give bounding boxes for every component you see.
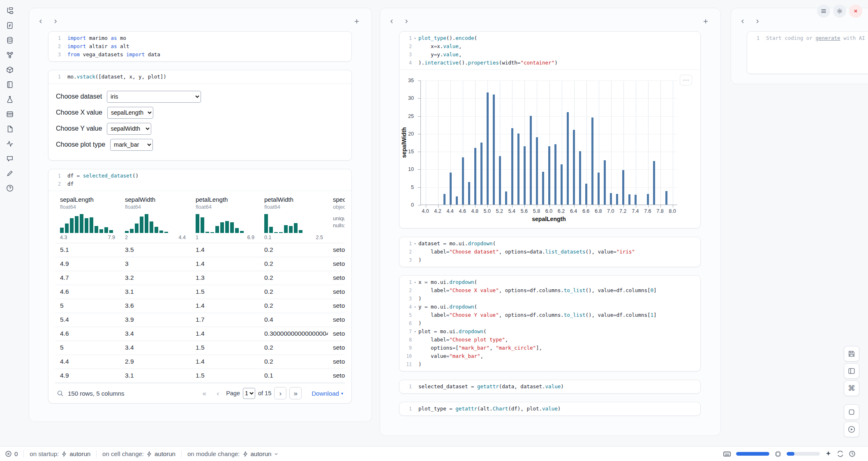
table-scroller[interactable]: sepalLengthfloat644.37.9sepalWidthfloat6… <box>55 191 345 383</box>
keyboard-icon[interactable] <box>723 450 731 458</box>
add-cell-button[interactable] <box>700 16 711 27</box>
fold-indicator[interactable]: ▾ <box>412 240 418 248</box>
save-button[interactable] <box>844 346 859 362</box>
code-editor[interactable]: 1selected_dataset = getattr(data, datase… <box>399 380 700 393</box>
cell-new[interactable]: 1 Start coding or generate with AI <box>747 31 868 74</box>
functions-file-icon[interactable] <box>6 21 14 30</box>
table-row[interactable]: 4.42.91.40.2setosa <box>55 355 345 369</box>
database-icon[interactable] <box>6 36 14 44</box>
shortcuts-button[interactable]: ⌘ <box>844 380 859 396</box>
activity-icon[interactable] <box>6 140 14 148</box>
next-page-button[interactable]: › <box>274 387 286 399</box>
cell-xy-plot-dropdowns[interactable]: 1▾x = mo.ui.dropdown(2 label="Choose X v… <box>399 275 701 371</box>
code-editor[interactable]: 1▾plot_type().encode(2 x=x.value,3 y=y.v… <box>399 32 700 69</box>
download-button[interactable]: Download▾ <box>312 390 343 397</box>
code-editor[interactable]: 1df = selected_dataset()2df <box>48 169 351 191</box>
y-value-select[interactable]: sepalWidth <box>107 123 151 135</box>
cell-imports[interactable]: 1import marimo as mo2import altair as al… <box>48 31 352 62</box>
chat-icon[interactable] <box>6 154 14 163</box>
table-row[interactable]: 4.63.11.50.2setosa <box>55 285 345 299</box>
table-row[interactable]: 4.931.40.2setosa <box>55 257 345 271</box>
code-editor[interactable]: 1 Start coding or generate with AI <box>747 32 868 45</box>
plot-type-select[interactable]: mark_bar <box>110 139 153 151</box>
scroll-right-button[interactable] <box>401 16 412 27</box>
code-editor[interactable]: 1import marimo as mo2import altair as al… <box>48 32 351 61</box>
fold-indicator[interactable]: ▾ <box>412 303 418 311</box>
code-token: value <box>545 383 561 390</box>
page-select[interactable]: 1 <box>243 388 255 399</box>
dependency-graph-icon[interactable] <box>6 51 14 59</box>
dataset-select[interactable]: iris <box>107 91 201 103</box>
last-page-button[interactable]: » <box>289 387 302 399</box>
cell-dataset-dropdown[interactable]: 1▾dataset = mo.ui.dropdown(2 label="Choo… <box>399 237 701 267</box>
table-column-header[interactable]: speciesobjectunique:nulls: <box>328 196 345 240</box>
run-button[interactable] <box>844 422 859 437</box>
scroll-right-button[interactable] <box>50 16 61 27</box>
clock-icon[interactable] <box>849 450 856 457</box>
cell-vstack[interactable]: 1mo.vstack([dataset, x, y, plot]) Choose… <box>48 70 352 161</box>
table-row[interactable]: 5.43.91.70.4setosa <box>55 313 345 327</box>
frame-button[interactable] <box>844 404 859 420</box>
fold-indicator[interactable]: ▾ <box>412 34 418 42</box>
table-column-header[interactable]: sepalWidthfloat6424.4 <box>120 196 191 240</box>
shutdown-button[interactable] <box>849 5 862 18</box>
table-pagination: « ‹ Page 1 of 15 › » <box>199 387 302 399</box>
scroll-left-button[interactable] <box>35 16 46 27</box>
code-text: x = mo.ui.dropdown( <box>418 278 696 286</box>
x-tick-label: 7.4 <box>632 208 639 214</box>
altair-chart[interactable]: sepalWidth 05101520253035 4.04.24.44.64.… <box>420 81 677 222</box>
table-column-header[interactable]: petalLengthfloat6416.9 <box>191 196 259 240</box>
table-row[interactable]: 53.41.50.2setosa <box>55 341 345 355</box>
code-editor[interactable]: 1▾x = mo.ui.dropdown(2 label="Choose X v… <box>399 276 700 371</box>
table-row[interactable]: 4.93.11.50.1setosa <box>55 369 345 383</box>
chart-menu-button[interactable]: ⋯ <box>680 75 692 85</box>
refresh-icon[interactable] <box>837 450 844 457</box>
generate-with-ai-link[interactable]: generate <box>815 35 840 41</box>
code-token: mo.ui. <box>446 240 468 247</box>
first-page-button[interactable]: « <box>199 388 210 399</box>
memory-chip-icon[interactable] <box>774 450 782 458</box>
scroll-right-button[interactable] <box>752 16 763 27</box>
sparkle-icon[interactable] <box>825 450 832 457</box>
help-icon[interactable] <box>6 184 14 192</box>
cell-selected-dataset[interactable]: 1selected_dataset = getattr(data, datase… <box>399 380 701 394</box>
beaker-icon[interactable] <box>6 95 14 104</box>
fold-indicator[interactable]: ▾ <box>412 327 418 336</box>
prev-page-button[interactable]: ‹ <box>212 388 223 399</box>
on-startup-setting[interactable]: on startup: autorun <box>30 450 90 457</box>
table-icon[interactable] <box>6 110 14 118</box>
scroll-left-button[interactable] <box>386 16 397 27</box>
package-icon[interactable] <box>6 66 14 74</box>
table-row[interactable]: 5.13.51.40.2setosa <box>55 243 345 257</box>
y-tick-mark <box>418 169 421 170</box>
table-column-header[interactable]: petalWidthfloat640.12.5 <box>259 196 328 240</box>
cell-dataframe[interactable]: 1df = selected_dataset()2df sepalLengthf… <box>48 169 352 403</box>
settings-button[interactable] <box>833 5 846 18</box>
fold-indicator[interactable]: ▾ <box>412 278 418 286</box>
document-icon[interactable] <box>6 125 14 133</box>
code-editor[interactable]: 1mo.vstack([dataset, x, y, plot]) <box>48 70 351 83</box>
add-cell-button[interactable] <box>351 16 362 27</box>
table-row[interactable]: 4.73.21.30.2setosa <box>55 271 345 285</box>
errors-button[interactable]: 0 <box>5 450 18 457</box>
code-text: value="mark_bar", <box>418 352 696 360</box>
table-row[interactable]: 4.63.41.40.30000000000000004setosa <box>55 327 345 341</box>
scratchpad-icon[interactable] <box>6 169 14 177</box>
on-cell-change-setting[interactable]: on cell change: autorun <box>102 450 175 457</box>
book-icon[interactable] <box>6 81 14 89</box>
scroll-left-button[interactable] <box>737 16 748 27</box>
on-module-change-setting[interactable]: on module change: autorun <box>187 450 279 457</box>
code-token: from <box>67 51 80 58</box>
file-tree-icon[interactable] <box>6 7 14 15</box>
table-column-header[interactable]: sepalLengthfloat644.37.9 <box>55 196 120 240</box>
menu-button[interactable] <box>817 5 830 18</box>
code-editor[interactable]: 1plot_type = getattr(alt.Chart(df), plot… <box>399 402 700 415</box>
app-view-button[interactable] <box>844 363 859 379</box>
table-row[interactable]: 53.61.40.2setosa <box>55 299 345 313</box>
search-icon[interactable] <box>57 390 64 397</box>
cell-plot-type[interactable]: 1plot_type = getattr(alt.Chart(df), plot… <box>399 402 701 416</box>
cell-plot[interactable]: 1▾plot_type().encode(2 x=x.value,3 y=y.v… <box>399 31 701 228</box>
x-value-select[interactable]: sepalLength <box>107 107 153 119</box>
code-text: options=["mark_bar", "mark_circle"], <box>418 344 696 352</box>
code-editor[interactable]: 1▾dataset = mo.ui.dropdown(2 label="Choo… <box>399 237 700 267</box>
